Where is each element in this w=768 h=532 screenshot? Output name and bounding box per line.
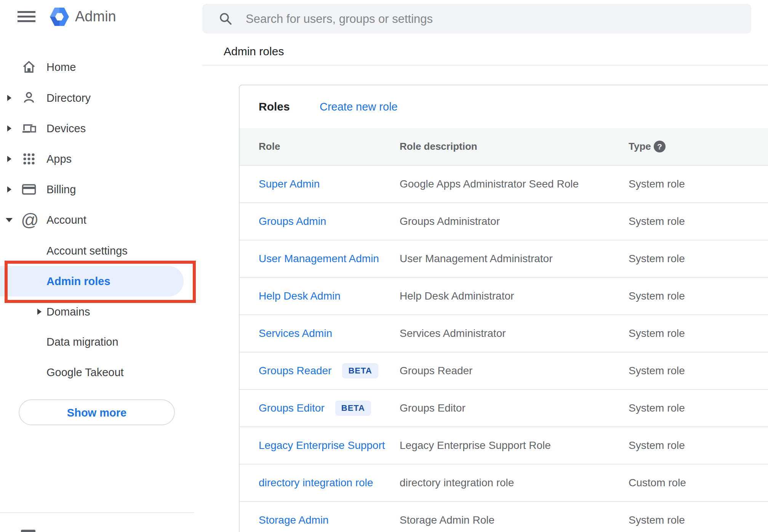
role-cell: Services Admin [259, 327, 332, 340]
table-row: Help Desk AdminHelp Desk AdministratorSy… [240, 278, 768, 315]
role-cell: Super Admin [259, 178, 320, 190]
sidebar-item-label: Devices [46, 113, 86, 144]
role-link[interactable]: Help Desk Admin [259, 290, 341, 302]
home-icon [22, 60, 36, 74]
at-sign-icon: @ [21, 210, 39, 229]
table-row: Super AdminGoogle Apps Administrator See… [240, 166, 768, 203]
table-body: Super AdminGoogle Apps Administrator See… [240, 166, 768, 532]
role-cell: Legacy Enterprise Support [259, 439, 385, 452]
role-link[interactable]: Legacy Enterprise Support [259, 439, 385, 452]
menu-icon[interactable] [18, 11, 35, 22]
search-bar[interactable] [202, 4, 751, 34]
chevron-right-icon[interactable] [7, 156, 11, 162]
role-link[interactable]: Groups Reader [259, 365, 331, 377]
chevron-right-icon[interactable] [37, 309, 42, 315]
content-divider [202, 65, 768, 66]
roles-card: Roles Create new role Role Role descript… [239, 85, 768, 532]
column-header-description: Role description [400, 128, 477, 165]
role-cell: Groups ReaderBETA [259, 363, 378, 378]
annotation-box [5, 261, 196, 303]
role-type-cell: System role [629, 365, 685, 377]
clipped-icon [21, 530, 35, 532]
help-icon[interactable]: ? [654, 141, 666, 152]
chevron-right-icon[interactable] [7, 186, 11, 192]
table-row: Storage AdminStorage Admin RoleSystem ro… [240, 502, 768, 532]
role-type-cell: Custom role [629, 477, 686, 489]
search-input[interactable] [245, 4, 734, 34]
role-type-cell: System role [629, 402, 685, 414]
sidebar-item-label: Google Takeout [46, 357, 124, 388]
table-row: Groups AdminGroups AdministratorSystem r… [240, 203, 768, 240]
role-type-cell: System role [629, 514, 685, 526]
role-description-cell: Storage Admin Role [400, 514, 494, 526]
role-description-cell: Google Apps Administrator Seed Role [400, 178, 579, 190]
search-icon [218, 11, 233, 26]
column-header-type: Type [629, 128, 651, 165]
chevron-right-icon[interactable] [7, 125, 11, 131]
role-description-cell: Services Administrator [400, 327, 506, 340]
table-row: User Management AdminUser Management Adm… [240, 240, 768, 278]
sidebar-item-label: Apps [46, 144, 72, 174]
sidebar-item-google-takeout[interactable]: Google Takeout [0, 357, 202, 388]
sidebar-item-account[interactable]: @ Account [0, 205, 202, 235]
role-cell: directory integration role [259, 477, 373, 489]
sidebar-item-billing[interactable]: Billing [0, 174, 202, 205]
role-link[interactable]: Services Admin [259, 327, 332, 340]
sidebar-item-apps[interactable]: Apps [0, 144, 202, 174]
role-description-cell: Groups Reader [400, 365, 472, 377]
sidebar-item-label: Directory [46, 83, 91, 113]
card-header: Roles Create new role [240, 85, 768, 128]
role-description-cell: Groups Administrator [400, 215, 500, 228]
role-link[interactable]: directory integration role [259, 477, 373, 489]
sidebar-item-label: Billing [46, 174, 76, 205]
role-description-cell: User Management Administrator [400, 253, 553, 265]
breadcrumb: Admin roles [224, 45, 284, 58]
role-cell: Help Desk Admin [259, 290, 341, 302]
table-row: Groups ReaderBETAGroups ReaderSystem rol… [240, 353, 768, 390]
role-cell: Groups Admin [259, 215, 326, 228]
role-type-cell: System role [629, 439, 685, 452]
role-description-cell: directory integration role [400, 477, 514, 489]
apps-grid-icon [22, 152, 36, 166]
role-cell: User Management Admin [259, 253, 379, 265]
admin-logo-icon [49, 6, 70, 27]
table-row: Services AdminServices AdministratorSyst… [240, 315, 768, 353]
table-row: Groups EditorBETAGroups EditorSystem rol… [240, 390, 768, 427]
table-header: Role Role description Type ? [240, 128, 768, 166]
role-type-cell: System role [629, 327, 685, 340]
sidebar-item-data-migration[interactable]: Data migration [0, 327, 202, 357]
role-description-cell: Legacy Enterprise Support Role [400, 439, 551, 452]
chevron-down-icon[interactable] [6, 218, 13, 222]
table-row: Legacy Enterprise SupportLegacy Enterpri… [240, 427, 768, 465]
sidebar-divider [0, 512, 194, 513]
role-link[interactable]: User Management Admin [259, 253, 379, 265]
credit-card-icon [22, 182, 36, 197]
create-new-role-link[interactable]: Create new role [320, 85, 398, 128]
role-link[interactable]: Storage Admin [259, 514, 329, 526]
role-link[interactable]: Super Admin [259, 178, 320, 190]
sidebar-item-home[interactable]: Home [0, 52, 202, 82]
role-type-cell: System role [629, 290, 685, 302]
role-type-cell: System role [629, 253, 685, 265]
role-description-cell: Groups Editor [400, 402, 466, 414]
role-link[interactable]: Groups Admin [259, 215, 326, 228]
sidebar-item-directory[interactable]: Directory [0, 83, 202, 113]
card-title: Roles [259, 85, 290, 128]
column-header-role: Role [259, 128, 280, 165]
beta-badge: BETA [342, 363, 378, 378]
show-more-button[interactable]: Show more [19, 399, 175, 425]
role-description-cell: Help Desk Administrator [400, 290, 514, 302]
sidebar-item-devices[interactable]: Devices [0, 113, 202, 144]
sidebar-item-label: Data migration [46, 327, 118, 357]
chevron-right-icon[interactable] [7, 95, 11, 101]
role-link[interactable]: Groups Editor [259, 402, 325, 414]
app-title: Admin [75, 8, 116, 25]
person-icon [22, 91, 36, 105]
table-row: directory integration roledirectory inte… [240, 465, 768, 502]
role-cell: Groups EditorBETA [259, 401, 371, 416]
sidebar-item-label: Home [46, 52, 76, 82]
devices-icon [22, 121, 36, 136]
beta-badge: BETA [335, 401, 371, 416]
role-type-cell: System role [629, 215, 685, 228]
sidebar-item-label: Account [46, 205, 86, 235]
